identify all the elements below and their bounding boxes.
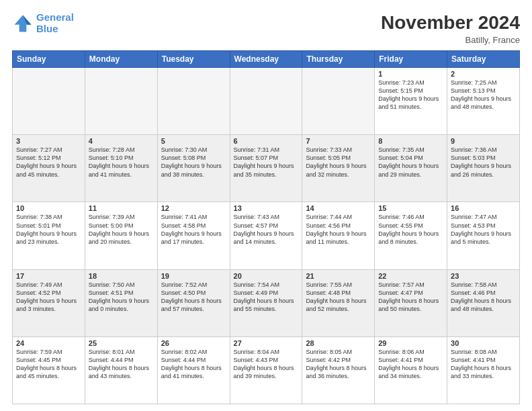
- calendar-day-cell: 20Sunrise: 7:54 AMSunset: 4:49 PMDayligh…: [230, 269, 302, 336]
- day-info: Sunrise: 7:54 AMSunset: 4:49 PMDaylight …: [234, 281, 299, 314]
- day-info: Sunrise: 7:46 AMSunset: 4:55 PMDaylight …: [378, 213, 443, 246]
- sunrise-label: Sunrise: 7:59 AM: [16, 349, 62, 355]
- day-number: 15: [378, 204, 443, 212]
- daylight-label: Daylight hours 9 hours and 29 minutes.: [378, 163, 439, 177]
- daylight-label: Daylight hours 9 hours and 35 minutes.: [234, 163, 294, 177]
- sunrise-label: Sunrise: 7:27 AM: [16, 146, 62, 153]
- day-info: Sunrise: 7:36 AMSunset: 5:03 PMDaylight …: [451, 146, 516, 179]
- calendar-day-cell: 5Sunrise: 7:30 AMSunset: 5:08 PMDaylight…: [157, 135, 230, 202]
- day-info: Sunrise: 7:50 AMSunset: 4:51 PMDaylight …: [89, 281, 154, 314]
- daylight-label: Daylight hours 9 hours and 48 minutes.: [451, 95, 511, 110]
- day-info: Sunrise: 7:25 AMSunset: 5:13 PMDaylight …: [451, 79, 516, 111]
- sunrise-label: Sunrise: 8:08 AM: [451, 349, 497, 355]
- daylight-label: Daylight hours 9 hours and 8 minutes.: [378, 230, 439, 245]
- sunrise-label: Sunrise: 7:25 AM: [451, 79, 497, 86]
- day-info: Sunrise: 7:58 AMSunset: 4:46 PMDaylight …: [451, 281, 516, 314]
- calendar-day-cell: 17Sunrise: 7:49 AMSunset: 4:52 PMDayligh…: [13, 269, 85, 336]
- calendar-day-cell: 16Sunrise: 7:47 AMSunset: 4:53 PMDayligh…: [447, 202, 520, 269]
- daylight-label: Daylight hours 9 hours and 5 minutes.: [451, 230, 511, 245]
- day-number: 29: [378, 339, 443, 347]
- sunrise-label: Sunrise: 7:54 AM: [234, 281, 280, 288]
- day-number: 28: [306, 339, 371, 347]
- day-number: 1: [378, 70, 443, 78]
- sunrise-label: Sunrise: 7:43 AM: [234, 214, 280, 220]
- calendar-day-cell: 9Sunrise: 7:36 AMSunset: 5:03 PMDaylight…: [447, 135, 520, 202]
- daylight-label: Daylight hours 9 hours and 26 minutes.: [451, 163, 511, 177]
- calendar-day-cell: 21Sunrise: 7:55 AMSunset: 4:48 PMDayligh…: [302, 269, 375, 336]
- sunset-label: Sunset: 4:57 PM: [234, 222, 279, 229]
- calendar-day-cell: 11Sunrise: 7:39 AMSunset: 5:00 PMDayligh…: [85, 202, 157, 269]
- calendar-day-cell: 28Sunrise: 8:05 AMSunset: 4:42 PMDayligh…: [302, 336, 375, 404]
- sunset-label: Sunset: 4:41 PM: [378, 357, 423, 363]
- day-info: Sunrise: 7:59 AMSunset: 4:45 PMDaylight …: [16, 348, 81, 381]
- calendar-day-cell: 10Sunrise: 7:38 AMSunset: 5:01 PMDayligh…: [13, 202, 85, 269]
- calendar-day-cell: 29Sunrise: 8:06 AMSunset: 4:41 PMDayligh…: [375, 336, 447, 404]
- sunset-label: Sunset: 4:47 PM: [378, 289, 423, 296]
- sunrise-label: Sunrise: 7:55 AM: [306, 281, 352, 288]
- calendar-day-cell: 12Sunrise: 7:41 AMSunset: 4:58 PMDayligh…: [157, 202, 230, 269]
- sunrise-label: Sunrise: 8:06 AM: [378, 349, 425, 355]
- sunset-label: Sunset: 4:48 PM: [306, 289, 351, 296]
- header: General Blue November 2024 Batilly, Fran…: [12, 12, 520, 45]
- sunset-label: Sunset: 4:55 PM: [378, 222, 423, 229]
- day-number: 23: [451, 272, 516, 280]
- daylight-label: Daylight hours 9 hours and 3 minutes.: [16, 298, 77, 312]
- calendar-table: Sunday Monday Tuesday Wednesday Thursday…: [12, 50, 520, 404]
- daylight-label: Daylight hours 9 hours and 11 minutes.: [306, 230, 366, 245]
- calendar-week-row: 17Sunrise: 7:49 AMSunset: 4:52 PMDayligh…: [13, 269, 520, 336]
- calendar-day-cell: 13Sunrise: 7:43 AMSunset: 4:57 PMDayligh…: [230, 202, 302, 269]
- day-number: 9: [451, 137, 516, 145]
- day-number: 24: [16, 339, 81, 347]
- calendar-day-cell: 8Sunrise: 7:35 AMSunset: 5:04 PMDaylight…: [375, 135, 447, 202]
- day-number: 16: [451, 204, 516, 212]
- day-info: Sunrise: 7:57 AMSunset: 4:47 PMDaylight …: [378, 281, 443, 314]
- daylight-label: Daylight hours 9 hours and 45 minutes.: [16, 163, 77, 177]
- sunrise-label: Sunrise: 7:58 AM: [451, 281, 497, 288]
- location: Batilly, France: [381, 35, 520, 45]
- calendar-week-row: 24Sunrise: 7:59 AMSunset: 4:45 PMDayligh…: [13, 336, 520, 404]
- day-number: 21: [306, 272, 371, 280]
- header-sunday: Sunday: [13, 51, 85, 68]
- day-number: 2: [451, 70, 516, 78]
- calendar-day-cell: [85, 68, 157, 135]
- header-thursday: Thursday: [302, 51, 375, 68]
- sunset-label: Sunset: 4:52 PM: [16, 289, 61, 296]
- page: General Blue November 2024 Batilly, Fran…: [0, 0, 532, 411]
- sunrise-label: Sunrise: 8:02 AM: [161, 349, 208, 355]
- daylight-label: Daylight hours 8 hours and 33 minutes.: [451, 365, 511, 379]
- sunrise-label: Sunrise: 7:38 AM: [16, 214, 62, 220]
- day-number: 17: [16, 272, 81, 280]
- logo-blue: Blue: [36, 23, 58, 34]
- header-tuesday: Tuesday: [157, 51, 230, 68]
- sunrise-label: Sunrise: 8:04 AM: [234, 349, 280, 355]
- sunrise-label: Sunrise: 7:52 AM: [161, 281, 208, 288]
- calendar-day-cell: 18Sunrise: 7:50 AMSunset: 4:51 PMDayligh…: [85, 269, 157, 336]
- sunset-label: Sunset: 5:00 PM: [89, 222, 134, 229]
- day-number: 12: [161, 204, 226, 212]
- day-number: 27: [234, 339, 299, 347]
- daylight-label: Daylight hours 8 hours and 45 minutes.: [16, 365, 77, 379]
- sunset-label: Sunset: 4:46 PM: [451, 289, 496, 296]
- sunrise-label: Sunrise: 7:33 AM: [306, 146, 352, 153]
- weekday-header-row: Sunday Monday Tuesday Wednesday Thursday…: [13, 51, 520, 68]
- daylight-label: Daylight hours 9 hours and 23 minutes.: [16, 230, 77, 245]
- sunrise-label: Sunrise: 7:36 AM: [451, 146, 497, 153]
- sunset-label: Sunset: 5:04 PM: [378, 154, 423, 161]
- day-info: Sunrise: 7:33 AMSunset: 5:05 PMDaylight …: [306, 146, 371, 179]
- calendar-day-cell: 24Sunrise: 7:59 AMSunset: 4:45 PMDayligh…: [13, 336, 85, 404]
- calendar-day-cell: 3Sunrise: 7:27 AMSunset: 5:12 PMDaylight…: [13, 135, 85, 202]
- sunrise-label: Sunrise: 7:30 AM: [161, 146, 208, 153]
- day-info: Sunrise: 8:08 AMSunset: 4:41 PMDaylight …: [451, 348, 516, 381]
- day-info: Sunrise: 7:55 AMSunset: 4:48 PMDaylight …: [306, 281, 371, 314]
- day-number: 7: [306, 137, 371, 145]
- day-number: 10: [16, 204, 81, 212]
- calendar-day-cell: [302, 68, 375, 135]
- calendar-day-cell: [13, 68, 85, 135]
- calendar-week-row: 1Sunrise: 7:23 AMSunset: 5:15 PMDaylight…: [13, 68, 520, 135]
- day-info: Sunrise: 7:43 AMSunset: 4:57 PMDaylight …: [234, 213, 299, 246]
- calendar-week-row: 3Sunrise: 7:27 AMSunset: 5:12 PMDaylight…: [13, 135, 520, 202]
- daylight-label: Daylight hours 9 hours and 51 minutes.: [378, 95, 439, 110]
- day-info: Sunrise: 7:39 AMSunset: 5:00 PMDaylight …: [89, 213, 154, 246]
- calendar-day-cell: 19Sunrise: 7:52 AMSunset: 4:50 PMDayligh…: [157, 269, 230, 336]
- day-number: 4: [89, 137, 154, 145]
